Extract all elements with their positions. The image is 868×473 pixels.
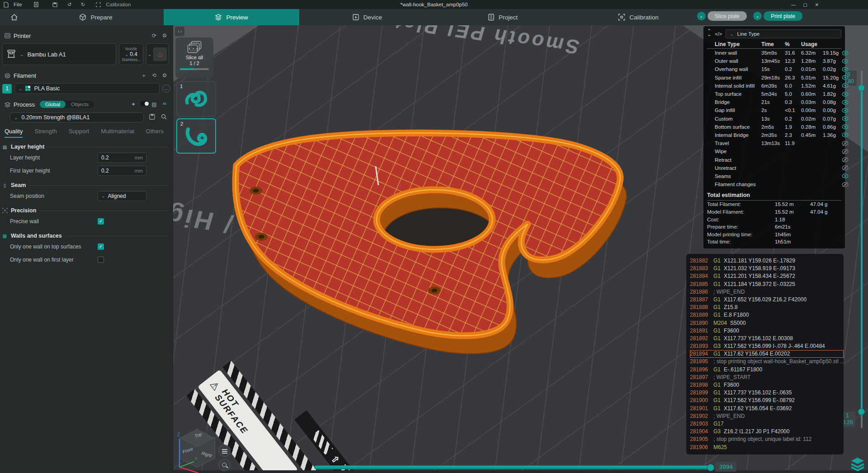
bed-type-select[interactable]: ⌄ ♨ [146, 43, 169, 65]
first-layer-height-input[interactable]: 0.2mm [98, 166, 146, 176]
parameter-list-icon[interactable]: ▤ [151, 101, 158, 108]
gcode-line[interactable]: 281902; WIPE_END [690, 412, 844, 420]
sync-filament-icon[interactable]: ⟲ [151, 72, 158, 79]
slice-all-card[interactable]: • • • Slice all 1 / 2 [175, 37, 213, 78]
gcode-line[interactable]: 281882G1X121.181 Y159.026 E-.17829 [690, 257, 844, 265]
maximize-button[interactable]: ▢ [802, 2, 808, 7]
gcode-line[interactable]: 281883G1X121.032 Y158.919 E-.09173 [690, 265, 844, 272]
compare-ab-icon[interactable]: ᴬᴮ [161, 102, 168, 107]
gcode-line[interactable]: 281904G3Z16.2 I1.217 J0 P1 F42000 [690, 428, 844, 436]
gcode-line[interactable]: 281900G1X117.562 Y156.099 E-.08792 [690, 397, 844, 404]
tab-others[interactable]: Others [146, 128, 164, 138]
tab-prepare[interactable]: Prepare [28, 9, 164, 25]
gcode-line[interactable]: 281898G1F3600 [690, 381, 844, 389]
sync-printer-icon[interactable]: ⟳ [151, 33, 158, 39]
line-type-row[interactable]: Internal Bridge2m35s2.3 0.45m1.36g [707, 131, 841, 139]
gcode-line[interactable]: 281890M204S5000 [690, 319, 844, 327]
home-button[interactable] [0, 9, 28, 25]
gcode-line[interactable]: 281887G1X117.652 Y156.029 Z16.2 F42000 [690, 296, 844, 304]
plate-thumbnail-2[interactable]: 2 [176, 118, 216, 154]
layer-height-input[interactable]: 0.2mm [98, 153, 146, 163]
tab-multimaterial[interactable]: Multimaterial [101, 128, 134, 138]
seam-position-select[interactable]: ⌄Aligned [98, 191, 146, 201]
line-type-row[interactable]: Overhang wall15s0.2 0.01m0.02g [707, 65, 841, 73]
line-type-row[interactable]: Outer wall13m45s12.3 1.28m3.87g [707, 57, 841, 65]
print-dropdown-icon[interactable]: ⌄ [753, 12, 762, 20]
gcode-view-icon[interactable]: </> [715, 31, 722, 37]
slice-dropdown-icon[interactable]: ⌄ [697, 12, 706, 20]
viewport-3d[interactable]: Smooth PEI Plate / Hi / High [173, 25, 868, 473]
document-icon[interactable] [33, 1, 39, 8]
line-type-row[interactable]: Gap infill2s<0.1 0.00m0.00g [707, 106, 841, 114]
tab-strength[interactable]: Strength [34, 128, 57, 138]
minimize-button[interactable]: — [790, 2, 797, 7]
gcode-line[interactable]: 281897; WIPE_START [690, 374, 844, 381]
view-mode-select[interactable]: ⌄ Line Type [726, 29, 841, 38]
file-menu[interactable]: File [14, 2, 22, 7]
scope-objects[interactable]: Objects [66, 101, 94, 108]
gcode-line[interactable]: 281903G17 [690, 420, 844, 428]
layers-view-icon[interactable] [849, 457, 866, 472]
one-wall-first-layer-checkbox[interactable]: ✓ [98, 257, 104, 263]
layer-slider[interactable] [861, 70, 863, 428]
tab-support[interactable]: Support [69, 128, 90, 138]
gcode-line[interactable]: 281895; stop printing object wall-hook_B… [690, 358, 844, 365]
filament-slot-badge[interactable]: 1 [2, 84, 12, 94]
layer-slider-bottom-handle[interactable] [858, 408, 865, 415]
gcode-line[interactable]: 281891G1F3600 [690, 327, 844, 335]
gcode-line[interactable]: 281892G1X117.737 Y156.102 E.00308 [690, 335, 844, 342]
print-plate-button[interactable]: Print plate [764, 11, 802, 21]
gcode-line[interactable]: 281893G3X117.562 Y156.099 I-.078 J-.464 … [690, 342, 844, 350]
redo-icon[interactable]: ↻ [80, 1, 86, 8]
gcode-line[interactable]: 281885G1X121.184 Y158.372 E-.03225 [690, 281, 844, 288]
line-type-row[interactable]: Filament changes [707, 180, 841, 188]
line-type-row[interactable]: Sparse infill29m18s26.3 5.01m15.20g [707, 74, 841, 82]
printer-select[interactable]: ⌄ Bambu Lab A1 [2, 43, 116, 65]
line-type-row[interactable]: Top surface5m34s5.0 0.60m1.82g [707, 90, 841, 98]
line-type-row[interactable]: Internal solid infill6m39s6.0 1.52m4.61g [707, 82, 841, 90]
close-button[interactable]: ✕ [814, 2, 820, 7]
tab-quality[interactable]: Quality [5, 128, 23, 138]
nozzle-select[interactable]: Nozzle ⌄0.4 Stainless... [119, 43, 143, 65]
moves-slider-handle[interactable] [707, 464, 714, 471]
gcode-line[interactable]: 281888G1Z15.8 [690, 304, 844, 311]
gcode-line[interactable]: 281884G1X121.201 Y158.434 E-.25672 [690, 272, 844, 280]
gcode-line[interactable]: 281901G1X117.62 Y156.054 E-.03692 [690, 405, 844, 412]
layer-slider-top-handle[interactable] [858, 84, 865, 91]
line-type-row[interactable]: Unretract [707, 164, 841, 172]
line-type-row[interactable]: Inner wall35m9s31.6 6.32m19.15g [707, 49, 841, 57]
line-type-row[interactable]: Custom13s0.2 0.02m0.07g [707, 115, 841, 123]
gcode-line[interactable]: 281899G1X117.737 Y156.102 E-.0635 [690, 389, 844, 397]
advanced-toggle[interactable] [140, 101, 147, 108]
filament-select[interactable]: ⌄ PLA Basic [14, 83, 160, 94]
orientation-cube[interactable]: Top Front Right Z Y [176, 426, 219, 473]
scope-global[interactable]: Global [40, 101, 66, 108]
process-preset-select[interactable]: ⌄ 0.20mm Strength @BBLA1 [10, 112, 144, 122]
magic-wand-icon[interactable]: ✦ [130, 101, 137, 108]
plate-thumbnail-1[interactable]: 1 [176, 81, 216, 117]
slice-plate-button[interactable]: Slice plate [708, 11, 747, 21]
save-icon[interactable] [52, 1, 58, 8]
precise-wall-checkbox[interactable]: ✓ [98, 218, 104, 225]
undo-icon[interactable]: ↺ [66, 1, 73, 8]
printer-settings-icon[interactable]: ⚙ [161, 33, 168, 39]
save-preset-icon[interactable] [148, 114, 156, 121]
filament-more-icon[interactable]: … [162, 84, 170, 93]
add-filament-icon[interactable]: ＋ [140, 72, 147, 80]
gcode-line[interactable]: 281905; stop printing object, unique lab… [690, 436, 844, 443]
collapse-panel-icon[interactable]: ⌃⌃ [707, 28, 711, 40]
collapse-plate-list-icon[interactable]: ‹ › [175, 27, 184, 36]
gcode-line[interactable]: 281886; WIPE_END [690, 288, 844, 296]
gcode-line[interactable]: 281906M625 [690, 444, 844, 451]
one-wall-top-checkbox[interactable]: ✓ [98, 244, 104, 250]
line-type-row[interactable]: Travel13m13s11.9 [707, 139, 841, 147]
gcode-line[interactable]: 281894G1X117.62 Y156.054 E.00202 [690, 350, 844, 358]
moves-slider[interactable] [314, 465, 711, 469]
tab-preview[interactable]: Preview [164, 9, 299, 25]
tab-project[interactable]: Project [435, 9, 571, 25]
line-type-row[interactable]: Wipe [707, 147, 841, 155]
line-type-row[interactable]: Retract [707, 155, 841, 164]
tab-device[interactable]: Device [299, 9, 435, 25]
filament-settings-icon[interactable]: ⚙ [161, 72, 168, 79]
gcode-line[interactable]: 281896G1E-.61167 F1800 [690, 366, 844, 374]
